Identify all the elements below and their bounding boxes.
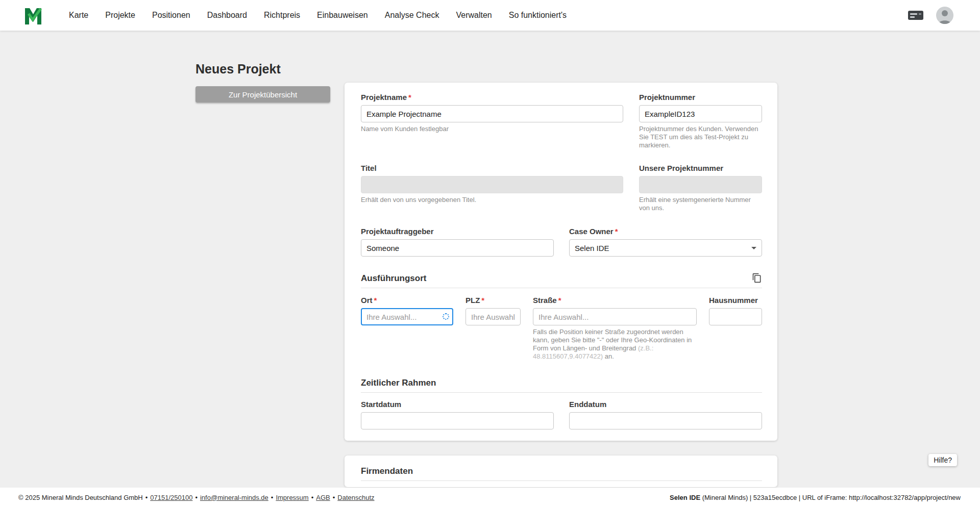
field-titel: Titel Erhält den von uns vorgegebenen Ti… (361, 164, 623, 212)
titel-label: Titel (361, 164, 377, 172)
chevron-down-icon (751, 247, 756, 249)
strasse-helper: Falls die Position keiner Straße zugeord… (533, 328, 697, 361)
separator: • (311, 494, 314, 501)
projektnummer-label: Projektnummer (639, 93, 695, 102)
copyright-text: © 2025 Mineral Minds Deutschland GmbH (18, 494, 143, 501)
person-icon (936, 7, 953, 24)
nav-item-so-funktionierts[interactable]: So funktioniert's (509, 11, 567, 20)
section-ausfuehrungsort: Ausführungsort (361, 273, 762, 288)
field-enddatum: Enddatum (569, 400, 762, 429)
projektauftraggeber-input[interactable] (361, 239, 554, 257)
server-icon[interactable] (908, 10, 924, 21)
unsere-projektnummer-label: Unsere Projektnummer (639, 164, 723, 172)
nav-item-projekte[interactable]: Projekte (105, 11, 135, 20)
projektnummer-input[interactable] (639, 105, 762, 122)
titel-input (361, 176, 623, 193)
startdatum-input[interactable] (361, 412, 554, 429)
user-avatar[interactable] (936, 7, 953, 24)
field-projektnummer: Projektnummer Projektnummer des Kunden. … (639, 93, 762, 149)
titel-helper: Erhält den von uns vorgegebenen Titel. (361, 196, 623, 204)
footer-link-datenschutz[interactable]: Datenschutz (337, 494, 374, 501)
enddatum-label: Enddatum (569, 400, 606, 409)
field-projektname: Projektname* Name vom Kunden festlegbar (361, 93, 623, 149)
field-strasse: Straße* Falls die Position keiner Straße… (533, 296, 697, 361)
required-marker: * (615, 227, 618, 236)
ort-label: Ort (361, 296, 373, 305)
loading-spinner-icon (443, 313, 449, 320)
required-marker: * (374, 296, 377, 305)
separator: • (271, 494, 274, 501)
footer-link-phone[interactable]: 07151/250100 (150, 494, 192, 501)
nav-item-analyse-check[interactable]: Analyse Check (385, 11, 439, 20)
strasse-input[interactable] (533, 308, 697, 325)
session-details: (Mineral Minds) | 523a15ecdbce | URL of … (700, 494, 961, 501)
footer-left: © 2025 Mineral Minds Deutschland GmbH • … (18, 494, 375, 501)
footer-link-impressum[interactable]: Impressum (276, 494, 308, 501)
required-marker: * (558, 296, 561, 305)
case-owner-value: Selen IDE (575, 244, 609, 252)
field-ort: Ort* (361, 296, 453, 361)
zeitlicher-rahmen-title: Zeitlicher Rahmen (361, 377, 436, 388)
projektname-label: Projektname (361, 93, 407, 102)
nav-item-einbauweisen[interactable]: Einbauweisen (317, 11, 368, 20)
projektname-input[interactable] (361, 105, 623, 122)
field-startdatum: Startdatum (361, 400, 554, 429)
case-owner-label: Case Owner (569, 227, 614, 236)
session-info: Selen IDE (Mineral Minds) | 523a15ecdbce… (670, 494, 961, 501)
nav-item-positionen[interactable]: Positionen (152, 11, 190, 20)
strasse-label: Straße (533, 296, 557, 305)
projektnummer-helper: Projektnummer des Kunden. Verwenden Sie … (639, 125, 762, 149)
ausfuehrungsort-title: Ausführungsort (361, 273, 426, 284)
plz-input[interactable] (465, 308, 521, 325)
nav-item-dashboard[interactable]: Dashboard (207, 11, 247, 20)
nav-item-verwalten[interactable]: Verwalten (456, 11, 492, 20)
startdatum-label: Startdatum (361, 400, 401, 409)
navbar-right (908, 7, 980, 24)
field-hausnummer: Hausnummer (709, 296, 762, 361)
firmendaten-card: Firmendaten (345, 455, 777, 487)
main-content: Neues Projekt Zur Projektübersicht Proje… (0, 31, 980, 488)
enddatum-input[interactable] (569, 412, 762, 429)
separator: • (145, 494, 148, 501)
footer-link-email[interactable]: info@mineral-minds.de (200, 494, 268, 501)
unsere-projektnummer-helper: Erhält eine systemgenerierte Nummer von … (639, 196, 762, 212)
session-user: Selen IDE (670, 494, 700, 501)
help-button[interactable]: Hilfe? (928, 454, 957, 466)
page-title: Neues Projekt (195, 61, 980, 77)
main-nav: Karte Projekte Positionen Dashboard Rich… (69, 11, 567, 20)
required-marker: * (481, 296, 484, 305)
mineral-minds-logo[interactable] (23, 5, 43, 26)
logo-icon (23, 5, 43, 26)
ort-input[interactable] (361, 308, 453, 325)
field-projektauftraggeber: Projektauftraggeber (361, 227, 554, 257)
unsere-projektnummer-input (639, 176, 762, 193)
top-navbar: Karte Projekte Positionen Dashboard Rich… (0, 0, 980, 31)
required-marker: * (408, 93, 411, 102)
back-to-project-overview-button[interactable]: Zur Projektübersicht (195, 86, 330, 103)
separator: • (333, 494, 335, 501)
projektname-helper: Name vom Kunden festlegbar (361, 125, 623, 133)
section-zeitlicher-rahmen: Zeitlicher Rahmen (361, 377, 762, 393)
separator: • (195, 494, 198, 501)
hausnummer-label: Hausnummer (709, 296, 758, 305)
project-form-card: Projektname* Name vom Kunden festlegbar … (345, 83, 777, 441)
nav-item-richtpreis[interactable]: Richtpreis (264, 11, 300, 20)
copy-icon[interactable] (752, 273, 762, 284)
field-plz: PLZ* (465, 296, 521, 361)
field-unsere-projektnummer: Unsere Projektnummer Erhält eine systemg… (639, 164, 762, 212)
left-column: Zur Projektübersicht (195, 83, 345, 103)
projektauftraggeber-label: Projektauftraggeber (361, 227, 434, 236)
plz-label: PLZ (465, 296, 480, 305)
footer-link-agb[interactable]: AGB (316, 494, 330, 501)
field-case-owner: Case Owner* Selen IDE (569, 227, 762, 257)
nav-item-karte[interactable]: Karte (69, 11, 88, 20)
firmendaten-title: Firmendaten (361, 466, 413, 476)
hausnummer-input[interactable] (709, 308, 762, 325)
footer: © 2025 Mineral Minds Deutschland GmbH • … (0, 488, 980, 507)
section-firmendaten: Firmendaten (361, 466, 762, 481)
case-owner-select[interactable]: Selen IDE (569, 239, 762, 257)
